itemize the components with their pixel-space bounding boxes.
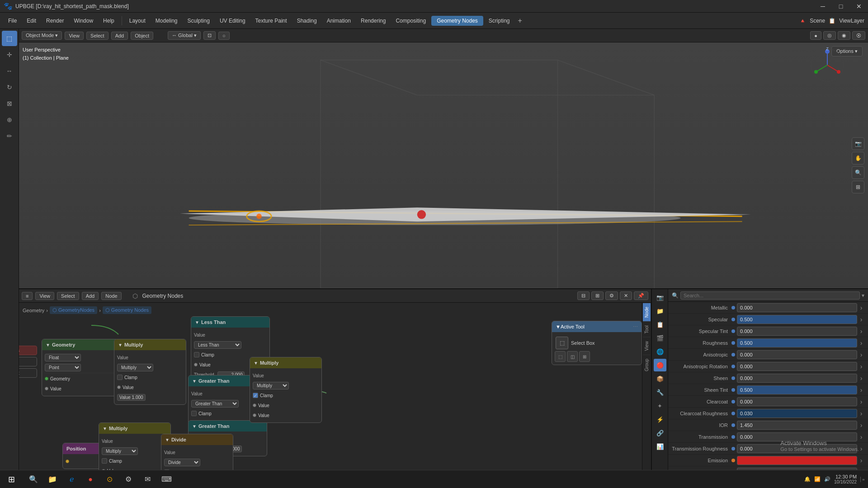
tool-mode-2[interactable]: ◫ — [567, 351, 578, 362]
props-material-icon[interactable]: 🔴 — [654, 359, 666, 371]
gt-operation-dropdown[interactable]: Greater Than — [191, 400, 239, 408]
breadcrumb-item1[interactable]: ⬡ GeometryNodes — [50, 306, 97, 314]
sheen-value[interactable]: 0.000 — [737, 374, 857, 383]
sheen-plus[interactable]: › — [857, 374, 865, 382]
workspace-sculpting[interactable]: Sculpting — [183, 16, 214, 26]
start-button[interactable]: ⊞ — [0, 470, 23, 488]
taskbar-network-icon[interactable]: 📶 — [814, 476, 821, 482]
props-view-layer-icon[interactable]: 📋 — [654, 318, 666, 331]
3d-viewport[interactable]: User Perspective (1) Collection | Plane … — [19, 42, 868, 288]
viewport-grid-icon[interactable]: ⊞ — [852, 181, 864, 193]
anisotropic-rotation-value[interactable]: 0.000 — [737, 362, 857, 371]
m2-clamp-checkbox[interactable]: ✓ — [253, 393, 258, 398]
menu-window[interactable]: Window — [69, 16, 98, 26]
transform-dropdown[interactable]: ↔ Global ▾ — [168, 31, 201, 40]
viewport-zoom-icon[interactable]: 🔍 — [852, 166, 864, 179]
sidebar-cursor-tool[interactable]: ✛ — [2, 47, 17, 62]
taskbar-edge[interactable]: ℯ — [62, 470, 80, 488]
node-zoom-in[interactable]: ⊞ — [591, 291, 604, 300]
props-output-icon[interactable]: 📁 — [654, 305, 666, 317]
anisotropic-plus[interactable]: › — [857, 351, 865, 359]
add-menu[interactable]: Add — [111, 32, 128, 40]
specular-tint-plus[interactable]: › — [857, 327, 865, 335]
node-editor-menu-icon[interactable]: ≡ — [22, 292, 33, 300]
props-world-icon[interactable]: 🌐 — [654, 345, 666, 358]
clearcoat-roughness-value[interactable]: 0.030 — [737, 409, 857, 418]
roughness-plus[interactable]: › — [857, 339, 865, 347]
m2-operation-dropdown[interactable]: Multiply — [253, 382, 289, 389]
workspace-scripting[interactable]: Scripting — [484, 16, 514, 26]
viewport-shading-wire[interactable]: ◎ — [823, 31, 836, 40]
node-tab[interactable]: Node — [643, 303, 651, 321]
clearcoat-plus[interactable]: › — [857, 398, 865, 406]
props-object-icon[interactable]: 📦 — [654, 372, 666, 385]
m1-clamp-checkbox[interactable] — [117, 375, 123, 380]
clearcoat-value[interactable]: 0.000 — [737, 397, 857, 406]
geometry-float-dropdown[interactable]: Float — [45, 354, 81, 361]
multiply-node-2[interactable]: ▼ Multiply Value Multiply — [250, 357, 322, 423]
viewport-shading-mat[interactable]: ◉ — [838, 31, 850, 40]
workspace-animation[interactable]: Animation — [322, 16, 355, 26]
select-menu[interactable]: Select — [86, 32, 108, 40]
menu-help[interactable]: Help — [99, 16, 119, 26]
sidebar-scale-tool[interactable]: ⊠ — [2, 96, 17, 111]
lt-operation-dropdown[interactable]: Less Than — [194, 341, 241, 349]
taskbar-notification-icon[interactable]: 🔔 — [804, 476, 811, 482]
workspace-modeling[interactable]: Modeling — [151, 16, 182, 26]
geometry-node[interactable]: ▼ Geometry Float Point — [42, 339, 118, 396]
node-select-menu[interactable]: Select — [57, 292, 79, 300]
anisotropic-value[interactable]: 0.000 — [737, 350, 857, 359]
taskbar-terminal[interactable]: ⌨ — [157, 470, 175, 488]
workspace-add-button[interactable]: + — [515, 17, 525, 25]
viewport-shading-solid[interactable]: ● — [810, 31, 821, 40]
paths-partial-node[interactable]: e Paths — [19, 346, 37, 355]
sidebar-rotate-tool[interactable]: ↻ — [2, 80, 17, 95]
select-box-icon[interactable]: ⬚ — [556, 337, 568, 349]
workspace-rendering[interactable]: Rendering — [356, 16, 390, 26]
specular-plus[interactable]: › — [857, 315, 865, 324]
props-dropdown-arrow[interactable]: ▾ — [862, 292, 864, 299]
object-mode-dropdown[interactable]: Object Mode ▾ — [22, 31, 62, 40]
proportional-edit[interactable]: ○ — [218, 32, 230, 40]
viewport-hand-icon[interactable]: ✋ — [852, 152, 864, 164]
props-content[interactable]: 🔍 ▾ Metallic 0.000 › Specular 0. — [668, 289, 868, 478]
view-tab[interactable]: View — [643, 337, 651, 355]
node-close[interactable]: ✕ — [620, 291, 632, 300]
node-view-menu[interactable]: View — [35, 292, 54, 300]
maximize-button[interactable]: □ — [832, 0, 850, 13]
object-menu[interactable]: Object — [131, 32, 153, 40]
specular-value[interactable]: 0.500 — [737, 315, 857, 324]
ior-plus[interactable]: › — [857, 421, 865, 429]
specular-tint-value[interactable]: 0.000 — [737, 327, 857, 336]
node-settings[interactable]: ⚙ — [605, 291, 618, 300]
active-tool-options-icon[interactable]: ⋯ — [633, 324, 638, 330]
sidebar-select-tool[interactable]: ⬚ — [2, 31, 17, 46]
workspace-compositing[interactable]: Compositing — [391, 16, 430, 26]
tool-mode-3[interactable]: ⊞ — [579, 351, 590, 362]
menu-render[interactable]: Render — [42, 16, 68, 26]
node-add-menu[interactable]: Add — [82, 292, 99, 300]
taskbar-mail[interactable]: ✉ — [138, 470, 156, 488]
sheen-tint-value[interactable]: 0.500 — [737, 385, 857, 394]
m1-value-field[interactable]: Value 1.000 — [117, 394, 146, 401]
emission-plus[interactable]: › — [857, 456, 865, 465]
workspace-layout[interactable]: Layout — [125, 16, 150, 26]
taskbar-chrome[interactable]: ● — [81, 470, 99, 488]
props-constraints-icon[interactable]: 🔗 — [654, 427, 666, 439]
m1-operation-dropdown[interactable]: Multiply — [117, 364, 153, 371]
props-render-icon[interactable]: 📷 — [654, 291, 666, 304]
node-node-menu[interactable]: Node — [101, 292, 121, 300]
taskbar-show-desktop[interactable]: ▫ — [860, 477, 864, 482]
emission-value[interactable] — [737, 456, 857, 465]
taskbar-settings[interactable]: ⚙ — [119, 470, 137, 488]
cost-partial-node[interactable]: tal Cost — [19, 368, 37, 378]
workspace-geometry-nodes[interactable]: Geometry Nodes — [431, 16, 483, 26]
mbl-clamp-checkbox[interactable] — [102, 458, 107, 464]
group-tab[interactable]: Group — [643, 355, 651, 375]
multiply-node-1[interactable]: ▼ Multiply Value Multiply — [114, 339, 186, 405]
menu-edit[interactable]: Edit — [22, 16, 41, 26]
taskbar-file-explorer[interactable]: 📁 — [43, 470, 61, 488]
taskbar-volume-icon[interactable]: 🔊 — [824, 476, 830, 482]
sidebar-annotate-tool[interactable]: ✏ — [2, 128, 17, 144]
roughness-value[interactable]: 0.500 — [737, 338, 857, 347]
